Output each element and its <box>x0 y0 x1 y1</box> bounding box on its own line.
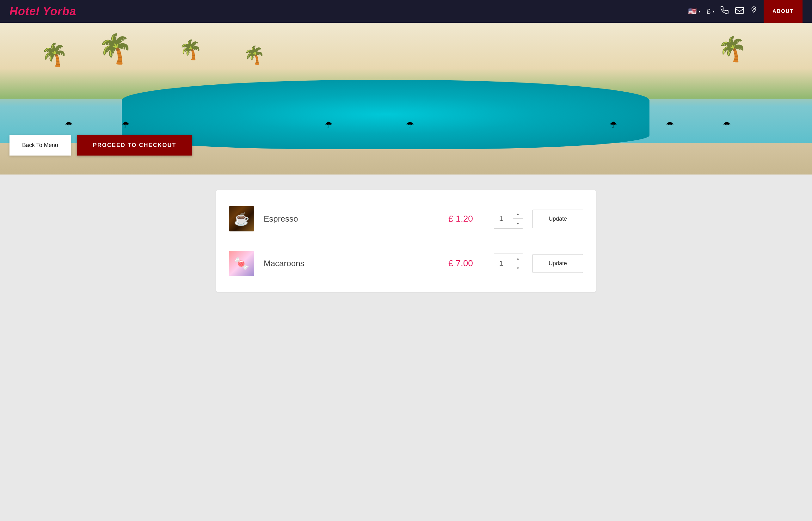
proceed-to-checkout-button[interactable]: PROCEED TO CHECKOUT <box>77 135 192 156</box>
espresso-quantity-input[interactable] <box>494 209 513 228</box>
hero-section: 🌴 🌴 🌴 🌴 🌴 ☂ ☂ ☂ ☂ ☂ ☂ ☂ Back To Menu PRO… <box>0 23 812 175</box>
header-right: 🇺🇸 ▾ £ ▾ ABOUT <box>688 0 803 23</box>
about-button[interactable]: ABOUT <box>764 0 803 23</box>
umbrella-5: ☂ <box>609 120 617 130</box>
espresso-name: Espresso <box>264 214 428 224</box>
lang-chevron-icon: ▾ <box>698 9 700 14</box>
espresso-price: £ 1.20 <box>437 214 484 224</box>
umbrella-1: ☂ <box>65 120 73 130</box>
hero-buttons: Back To Menu PROCEED TO CHECKOUT <box>9 135 192 156</box>
palm-tree-3: 🌴 <box>179 39 202 61</box>
espresso-image <box>229 206 254 231</box>
umbrella-4: ☂ <box>666 120 674 130</box>
palm-tree-1: 🌴 <box>41 42 68 68</box>
cart-item-macaroons: Macaroons £ 7.00 ▲ ▼ Update <box>229 241 583 286</box>
macaroons-name: Macaroons <box>264 258 428 268</box>
umbrella-6: ☂ <box>325 120 333 130</box>
language-selector[interactable]: 🇺🇸 ▾ <box>688 7 700 16</box>
espresso-quantity-up[interactable]: ▲ <box>513 209 523 219</box>
location-icon[interactable] <box>750 6 757 17</box>
pool-water <box>122 80 650 149</box>
palm-tree-5: 🌴 <box>718 36 747 63</box>
cart-container: Espresso £ 1.20 ▲ ▼ Update Macaroons £ 7… <box>216 190 596 292</box>
macaroons-qty-controls: ▲ ▼ <box>513 254 523 273</box>
macaroons-quantity-control: ▲ ▼ <box>494 253 523 273</box>
email-icon[interactable] <box>735 7 744 16</box>
svg-rect-0 <box>736 7 744 14</box>
umbrella-3: ☂ <box>723 120 731 130</box>
espresso-thumbnail <box>229 206 254 231</box>
flag-icon: 🇺🇸 <box>688 7 697 16</box>
macaroons-quantity-input[interactable] <box>494 254 513 273</box>
umbrella-2: ☂ <box>122 120 130 130</box>
svg-point-1 <box>753 8 755 9</box>
palm-tree-4: 🌴 <box>244 45 265 65</box>
back-to-menu-button[interactable]: Back To Menu <box>9 135 71 156</box>
macaroons-image <box>229 251 254 276</box>
cart-item-espresso: Espresso £ 1.20 ▲ ▼ Update <box>229 197 583 241</box>
main-content: Espresso £ 1.20 ▲ ▼ Update Macaroons £ 7… <box>0 175 812 308</box>
macaroons-thumbnail <box>229 251 254 276</box>
espresso-quantity-control: ▲ ▼ <box>494 209 523 229</box>
macaroons-quantity-up[interactable]: ▲ <box>513 254 523 263</box>
espresso-qty-controls: ▲ ▼ <box>513 209 523 228</box>
espresso-quantity-down[interactable]: ▼ <box>513 219 523 228</box>
logo[interactable]: Hotel Yorba <box>9 5 76 18</box>
umbrella-7: ☂ <box>406 120 414 130</box>
macaroons-update-button[interactable]: Update <box>533 254 583 273</box>
palm-tree-2: 🌴 <box>97 32 133 65</box>
header: Hotel Yorba 🇺🇸 ▾ £ ▾ ABOUT <box>0 0 812 23</box>
macaroons-quantity-down[interactable]: ▼ <box>513 263 523 273</box>
currency-chevron-icon: ▾ <box>713 9 714 14</box>
currency-selector[interactable]: £ ▾ <box>707 7 714 16</box>
macaroons-price: £ 7.00 <box>437 258 484 268</box>
phone-icon[interactable] <box>721 6 729 17</box>
currency-symbol: £ <box>707 7 710 16</box>
espresso-update-button[interactable]: Update <box>533 210 583 228</box>
